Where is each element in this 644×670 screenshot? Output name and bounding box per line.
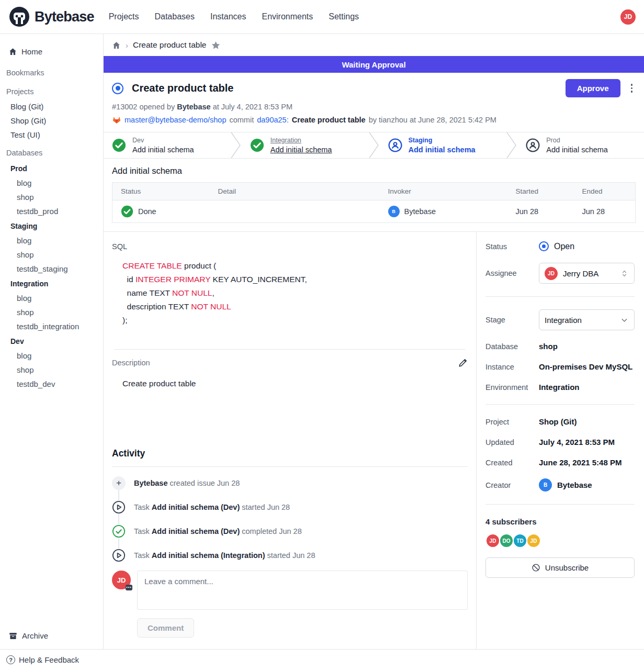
stage-select[interactable]: Integration xyxy=(539,309,635,330)
commit-hash-link[interactable]: da90a25: xyxy=(257,116,288,124)
nav-link-instances[interactable]: Instances xyxy=(210,12,246,21)
sidebar-item-bookmarks: Bookmarks xyxy=(0,65,103,81)
commit-branch-link[interactable]: master@bytebase-demo/shop xyxy=(125,116,226,124)
stage-dev[interactable]: DevAdd initial schema xyxy=(104,132,230,158)
field-label: Updated xyxy=(485,438,539,446)
stage-labels: DevAdd initial schema xyxy=(132,136,194,154)
task-ended-cell: Jun 28 xyxy=(574,200,636,223)
stage-task-label: Add initial schema xyxy=(132,145,194,154)
stage-pipeline: DevAdd initial schemaIntegrationAdd init… xyxy=(104,132,644,159)
field-label: Environment xyxy=(485,383,539,392)
subscriber-avatar: JD xyxy=(526,533,541,548)
bottom-bar: ? Help & Feedback xyxy=(0,649,644,670)
edit-description-icon[interactable] xyxy=(458,358,468,367)
nav-link-projects[interactable]: Projects xyxy=(109,12,139,21)
sql-line: CREATE TABLE product ( xyxy=(122,259,468,273)
stage-integration[interactable]: IntegrationAdd initial schema xyxy=(242,132,368,158)
ban-icon xyxy=(532,563,540,572)
nav-link-databases[interactable]: Databases xyxy=(154,12,195,21)
field-value: shop xyxy=(539,342,558,351)
task-section: Add initial schema StatusDetailInvokerSt… xyxy=(104,159,644,231)
fields-group-a: DatabaseshopInstanceOn-premises Dev MySQ… xyxy=(485,342,635,392)
stage-env-label: Staging xyxy=(409,136,476,145)
comment-input[interactable] xyxy=(137,571,468,610)
status-banner: Waiting Approval xyxy=(104,56,644,73)
sidebar-item-test-ui-[interactable]: Test (UI) xyxy=(0,128,103,142)
sidebar-item-shop[interactable]: shop xyxy=(0,248,103,262)
approve-button[interactable]: Approve xyxy=(566,79,620,97)
stage-labels: IntegrationAdd initial schema xyxy=(270,136,332,154)
bookmark-star-icon[interactable] xyxy=(211,40,221,50)
field-row-project: ProjectShop (Git) xyxy=(485,417,635,426)
field-label: Database xyxy=(485,342,539,351)
sidebar-item-blog[interactable]: blog xyxy=(0,291,103,305)
help-label: Help & Feedback xyxy=(19,655,79,664)
column-header-started: Started xyxy=(507,183,574,200)
column-header-ended: Ended xyxy=(574,183,636,200)
task-table: StatusDetailInvokerStartedEnded DoneBByt… xyxy=(112,182,636,223)
sidebar-item-archive[interactable]: Archive xyxy=(0,624,103,649)
sidebar-item-home[interactable]: Home xyxy=(0,43,103,62)
stage-prod[interactable]: ProdAdd initial schema xyxy=(517,132,644,158)
sidebar-item-staging[interactable]: Staging xyxy=(0,219,103,233)
stage-staging[interactable]: StagingAdd initial schema xyxy=(380,132,506,158)
speech-bubble-badge-icon: ••• xyxy=(126,585,132,590)
activity-feed: +Bytebase created issue Jun 28Task Add i… xyxy=(112,476,468,562)
column-header-detail: Detail xyxy=(210,183,380,200)
activity-item: Task Add initial schema (Dev) started Ju… xyxy=(112,500,468,514)
sidebar-item-shop[interactable]: shop xyxy=(0,305,103,319)
unsubscribe-button[interactable]: Unsubscribe xyxy=(485,557,635,578)
sql-statement: CREATE TABLE product ( id INTEGER PRIMAR… xyxy=(122,259,468,327)
sidebar-item-blog[interactable]: blog xyxy=(0,233,103,248)
issue-meta: #13002 opened by Bytebase at July 4, 202… xyxy=(112,103,636,111)
sidebar-item-dev[interactable]: Dev xyxy=(0,334,103,349)
breadcrumb: › Create product table xyxy=(104,34,644,56)
sidebar-item-shop-git-[interactable]: Shop (Git) xyxy=(0,114,103,128)
sidebar-item-prod[interactable]: Prod xyxy=(0,162,103,176)
comment-button[interactable]: Comment xyxy=(137,618,194,638)
sidebar-item-integration[interactable]: Integration xyxy=(0,277,103,291)
stage-done-icon xyxy=(112,138,126,152)
stage-env-label: Dev xyxy=(132,136,194,145)
subscriber-avatar: JD xyxy=(485,533,500,548)
field-row-updated: UpdatedJuly 4, 2021 8:53 PM xyxy=(485,438,635,446)
task-completed-icon xyxy=(112,524,126,538)
task-invoker-cell: BBytebase xyxy=(380,200,507,223)
stage-labels: StagingAdd initial schema xyxy=(409,136,476,154)
creator-label: Creator xyxy=(485,481,539,489)
subscriber-avatar: TD xyxy=(513,533,527,548)
user-avatar[interactable]: JD xyxy=(620,9,636,25)
sidebar-item-testdb-prod[interactable]: testdb_prod xyxy=(0,204,103,218)
sidebar-item-blog-git-[interactable]: Blog (Git) xyxy=(0,99,103,114)
stage-labels: ProdAdd initial schema xyxy=(546,136,608,154)
sql-line: name TEXT NOT NULL, xyxy=(122,286,468,300)
field-value: Shop (Git) xyxy=(539,417,577,426)
field-label: Instance xyxy=(485,363,539,371)
sidebar-item-blog[interactable]: blog xyxy=(0,349,103,363)
sidebar-item-shop[interactable]: shop xyxy=(0,363,103,377)
field-label: Project xyxy=(485,418,539,426)
brand-logo[interactable]: Bytebase xyxy=(8,6,94,28)
top-navbar: Bytebase ProjectsDatabasesInstancesEnvir… xyxy=(0,0,644,34)
sidebar-item-blog[interactable]: blog xyxy=(0,176,103,190)
breadcrumb-home-icon[interactable] xyxy=(112,41,121,50)
gitlab-icon xyxy=(112,115,121,125)
help-feedback-link[interactable]: ? Help & Feedback xyxy=(6,655,79,664)
kebab-menu-icon[interactable] xyxy=(628,81,636,96)
nav-link-environments[interactable]: Environments xyxy=(262,12,313,21)
column-header-invoker: Invoker xyxy=(380,183,507,200)
issue-detail-column: SQL CREATE TABLE product ( id INTEGER PR… xyxy=(104,232,476,649)
nav-link-settings[interactable]: Settings xyxy=(329,12,359,21)
sidebar-item-databases: Databases xyxy=(0,145,103,161)
stage-env-label: Prod xyxy=(546,136,608,145)
assignee-select[interactable]: JD Jerry DBA xyxy=(539,263,635,284)
sidebar-item-testdb-staging[interactable]: testdb_staging xyxy=(0,262,103,276)
fields-group-b: ProjectShop (Git)UpdatedJuly 4, 2021 8:5… xyxy=(485,417,635,467)
bytebase-logo-icon xyxy=(8,6,30,28)
sidebar-item-shop[interactable]: shop xyxy=(0,190,103,204)
activity-item: Task Add initial schema (Integration) st… xyxy=(112,549,468,562)
table-row[interactable]: DoneBBytebaseJun 28Jun 28 xyxy=(112,200,636,223)
sidebar-item-testdb-dev[interactable]: testdb_dev xyxy=(0,377,103,391)
archive-icon xyxy=(8,631,18,641)
sidebar-item-testdb-integration[interactable]: testdb_integration xyxy=(0,319,103,333)
